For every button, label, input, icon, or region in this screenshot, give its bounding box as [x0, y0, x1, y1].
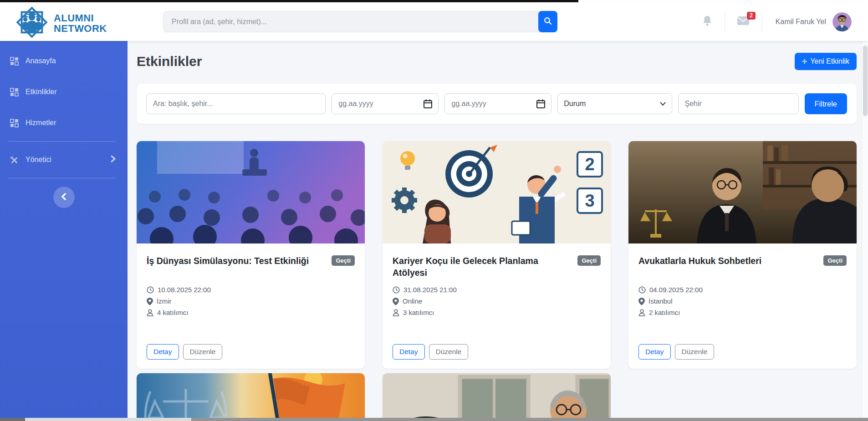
user-avatar[interactable] — [832, 12, 852, 31]
sidebar-divider — [8, 178, 116, 178]
sidebar-item-yonetici[interactable]: Yönetici — [0, 144, 128, 175]
top-header: ALUMNI NETWORK — [0, 2, 868, 41]
status-select[interactable]: Durum — [557, 93, 672, 114]
event-card: 2 3 Kariyer Koçu ile Gelecek Planlama At… — [383, 141, 611, 369]
event-card: İş Dünyası Simülasyonu: Test Etkinliği G… — [137, 141, 365, 369]
date-from-input[interactable] — [332, 93, 439, 114]
event-datetime: 31.08.2025 21:00 — [393, 284, 601, 295]
chevron-left-icon — [61, 193, 66, 202]
grid-icon — [10, 119, 19, 127]
filter-date-to — [444, 93, 551, 114]
clock-icon — [147, 286, 154, 294]
grid-icon — [10, 57, 19, 66]
filter-button[interactable]: Filtrele — [805, 93, 848, 114]
sidebar-item-etkinlikler[interactable]: Etkinlikler — [0, 76, 128, 107]
person-icon — [638, 309, 645, 316]
sidebar-item-label: Etkinlikler — [26, 88, 56, 96]
detail-button[interactable]: Detay — [147, 344, 179, 360]
event-card — [383, 373, 611, 418]
sidebar: Anasayfa Etkinlikler — [0, 41, 128, 418]
clock-icon — [393, 286, 400, 294]
new-event-button[interactable]: + Yeni Etkinlik — [795, 53, 857, 70]
profile-search — [163, 11, 557, 32]
status-badge: Geçti — [577, 255, 601, 266]
page-title: Etkinlikler — [137, 54, 202, 69]
edit-button[interactable]: Düzenle — [675, 344, 715, 360]
header-divider — [761, 11, 762, 32]
notifications-bell-icon[interactable] — [702, 15, 713, 29]
svg-text:3: 3 — [585, 191, 594, 210]
event-title: İş Dünyası Simülasyonu: Test Etkinliği — [147, 255, 313, 267]
grid-icon — [10, 88, 19, 96]
sidebar-item-label: Yönetici — [26, 156, 51, 164]
sidebar-collapse-button[interactable] — [53, 187, 75, 208]
event-card — [137, 373, 365, 418]
edit-button[interactable]: Düzenle — [429, 344, 469, 360]
alumni-network-emblem-icon — [14, 4, 50, 43]
filter-date-from — [332, 93, 439, 114]
main-content: Etkinlikler + Yeni Etkinlik — [128, 41, 862, 418]
chevron-down-icon — [660, 100, 666, 108]
event-image-interview — [383, 373, 611, 418]
sidebar-item-anasayfa[interactable]: Anasayfa — [0, 46, 128, 76]
event-image-conference — [137, 141, 365, 243]
svg-text:2: 2 — [585, 155, 594, 174]
event-image-career-coach: 2 3 — [383, 141, 611, 243]
detail-button[interactable]: Detay — [638, 344, 671, 360]
location-pin-icon — [147, 298, 153, 305]
sidebar-item-hizmetler[interactable]: Hizmetler — [0, 107, 128, 138]
messages-button[interactable]: 2 — [737, 16, 750, 27]
event-location: Online — [393, 296, 601, 307]
search-button[interactable] — [538, 11, 557, 32]
date-to-input[interactable] — [444, 93, 551, 114]
window-top-edge — [0, 0, 578, 2]
event-participants: 3 katılımcı — [393, 307, 601, 318]
sidebar-divider — [8, 141, 116, 142]
location-pin-icon — [638, 298, 645, 305]
vertical-scrollbar[interactable] — [862, 41, 868, 418]
event-participants: 4 katılımcı — [147, 307, 355, 318]
filter-search-input[interactable] — [146, 93, 326, 114]
search-icon — [544, 17, 552, 26]
sidebar-item-label: Anasayfa — [26, 57, 56, 65]
tools-icon — [10, 156, 19, 164]
header-actions: 2 Kamil Faruk Yel — [702, 2, 852, 41]
filters-bar: Durum Filtrele — [137, 84, 857, 124]
app-window: ALUMNI NETWORK — [0, 0, 868, 421]
envelope-icon — [737, 19, 750, 27]
horizontal-scrollbar[interactable] — [0, 418, 868, 421]
user-name[interactable]: Kamil Faruk Yel — [776, 18, 826, 26]
event-location: İstanbul — [638, 296, 847, 307]
detail-button[interactable]: Detay — [393, 344, 425, 360]
status-badge: Geçti — [823, 255, 847, 266]
event-participants: 2 katılımcı — [638, 307, 847, 318]
profile-search-input[interactable] — [163, 11, 540, 32]
event-datetime: 04.09.2025 22:00 — [638, 284, 847, 295]
logo-text: ALUMNI NETWORK — [54, 13, 107, 34]
logo[interactable]: ALUMNI NETWORK — [14, 4, 107, 43]
unread-messages-badge: 2 — [747, 12, 756, 20]
horizontal-scrollbar-thumb[interactable] — [25, 418, 191, 421]
event-title: Kariyer Koçu ile Gelecek Planlama Atölye… — [393, 255, 577, 279]
city-filter-input[interactable] — [678, 93, 799, 114]
clock-icon — [638, 286, 646, 294]
event-image-lawyers — [628, 141, 857, 243]
person-icon — [393, 309, 399, 316]
status-badge: Geçti — [332, 255, 355, 266]
chevron-right-icon — [111, 155, 116, 164]
vertical-scrollbar-thumb[interactable] — [863, 46, 868, 116]
sidebar-item-label: Hizmetler — [26, 119, 56, 127]
event-image-justice-flag — [137, 373, 365, 418]
horizontal-scrollbar-corner — [0, 418, 25, 421]
location-pin-icon — [393, 298, 399, 305]
plus-icon: + — [802, 57, 807, 66]
edit-button[interactable]: Düzenle — [183, 344, 223, 360]
event-card: Avukatlarla Hukuk Sohbetleri Geçti 04.09… — [628, 141, 857, 369]
event-title: Avukatlarla Hukuk Sohbetleri — [638, 255, 766, 267]
events-grid: İş Dünyası Simülasyonu: Test Etkinliği G… — [137, 141, 857, 418]
header-divider — [725, 11, 725, 32]
person-icon — [147, 309, 153, 316]
event-location: İzmir — [147, 296, 355, 307]
event-datetime: 10.08.2025 22:00 — [147, 284, 355, 295]
